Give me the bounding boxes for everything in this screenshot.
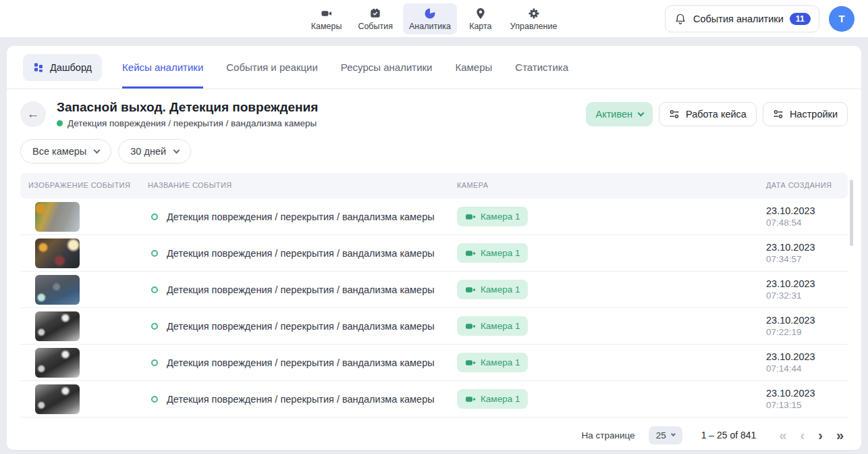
event-type-ring-icon xyxy=(151,213,158,220)
period-filter-dropdown[interactable]: 30 дней xyxy=(118,139,191,163)
event-type-ring-icon xyxy=(151,286,158,293)
case-work-button[interactable]: Работа кейса xyxy=(659,102,757,126)
case-settings-label: Настройки xyxy=(790,109,838,120)
per-page-select[interactable]: 25 xyxy=(649,426,682,445)
camera-cell: Камера 1 xyxy=(450,243,759,263)
next-page-button[interactable]: › xyxy=(818,428,823,442)
camera-badge[interactable]: Камера 1 xyxy=(457,353,528,372)
date-cell: 23.10.202307:34:57 xyxy=(759,242,848,264)
date-cell: 23.10.202307:32:31 xyxy=(759,278,848,301)
creation-time: 07:48:54 xyxy=(766,218,848,228)
camera-badge[interactable]: Камера 1 xyxy=(457,280,528,299)
event-image-cell xyxy=(20,238,140,268)
nav-label: Карта xyxy=(469,22,491,31)
topbar-right: События аналитики 11 T xyxy=(563,5,855,32)
sliders-icon xyxy=(773,109,784,120)
table-row[interactable]: Детекция повреждения / перекрытия / ванд… xyxy=(20,381,848,418)
nav-item-events[interactable]: События xyxy=(352,3,399,34)
tab-statistics[interactable]: Статистика xyxy=(515,46,568,89)
case-work-label: Работа кейса xyxy=(686,109,747,120)
analytics-events-button[interactable]: События аналитики 11 xyxy=(665,5,819,32)
table-row[interactable]: Детекция повреждения / перекрытия / ванд… xyxy=(20,235,848,272)
camera-icon xyxy=(320,7,333,20)
event-name: Детекция повреждения / перекрытия / ванд… xyxy=(167,357,435,368)
event-image-cell xyxy=(20,348,140,378)
table-row[interactable]: Детекция повреждения / перекрытия / ванд… xyxy=(20,272,848,308)
camera-badge[interactable]: Камера 1 xyxy=(457,316,528,336)
event-thumbnail[interactable] xyxy=(35,275,80,305)
camera-icon xyxy=(465,284,476,295)
tabs-row: Дашборд Кейсы аналитикиСобытия и реакции… xyxy=(7,46,861,89)
event-image-cell xyxy=(20,275,140,305)
nav-item-cameras[interactable]: Камеры xyxy=(305,3,348,34)
camera-cell: Камера 1 xyxy=(450,207,759,226)
camera-badge[interactable]: Камера 1 xyxy=(457,207,528,226)
dashboard-button[interactable]: Дашборд xyxy=(23,54,102,81)
event-thumbnail[interactable] xyxy=(35,202,80,232)
case-settings-button[interactable]: Настройки xyxy=(763,102,848,126)
back-button[interactable]: ← xyxy=(20,101,46,127)
camera-cell: Камера 1 xyxy=(450,280,759,299)
event-thumbnail[interactable] xyxy=(35,348,80,378)
camera-filter-dropdown[interactable]: Все камеры xyxy=(20,139,111,163)
creation-date: 23.10.2023 xyxy=(766,351,848,362)
status-label: Активен xyxy=(595,109,632,120)
column-header-camera: КАМЕРА xyxy=(450,181,759,191)
chevron-down-icon xyxy=(173,147,180,153)
camera-badge-label: Камера 1 xyxy=(481,211,520,222)
camera-badge-label: Камера 1 xyxy=(481,284,520,295)
camera-badge-label: Камера 1 xyxy=(481,321,520,331)
column-header-date: ДАТА СОЗДАНИЯ xyxy=(759,181,834,191)
status-dropdown[interactable]: Активен xyxy=(586,102,653,126)
event-name-cell: Детекция повреждения / перекрытия / ванд… xyxy=(140,394,450,405)
table-row[interactable]: Детекция повреждения / перекрытия / ванд… xyxy=(20,418,848,420)
event-name: Детекция повреждения / перекрытия / ванд… xyxy=(167,284,435,295)
event-thumbnail[interactable] xyxy=(35,311,80,341)
date-cell: 23.10.202307:14:44 xyxy=(759,351,848,374)
event-image-cell xyxy=(20,202,140,232)
creation-time: 07:14:44 xyxy=(766,363,848,374)
creation-date: 23.10.2023 xyxy=(766,205,848,216)
camera-cell: Камера 1 xyxy=(450,353,759,372)
case-subtitle-text: Детекция повреждения / перекрытия / ванд… xyxy=(67,118,317,128)
event-name-cell: Детекция повреждения / перекрытия / ванд… xyxy=(140,357,450,368)
date-cell: 23.10.202307:22:19 xyxy=(759,315,848,337)
table-body: Детекция повреждения / перекрытия / ванд… xyxy=(20,199,848,420)
user-avatar[interactable]: T xyxy=(829,6,855,32)
bell-icon xyxy=(674,12,687,26)
tab-analytics-cases[interactable]: Кейсы аналитики xyxy=(122,46,203,89)
table-row[interactable]: Детекция повреждения / перекрытия / ванд… xyxy=(20,308,848,345)
event-type-ring-icon xyxy=(151,323,158,330)
tab-events-reactions[interactable]: События и реакции xyxy=(226,46,318,89)
creation-time: 07:13:15 xyxy=(766,400,848,410)
tab-analytics-resources[interactable]: Ресурсы аналитики xyxy=(341,46,433,89)
camera-badge[interactable]: Камера 1 xyxy=(457,243,528,263)
event-type-ring-icon xyxy=(151,250,158,257)
table-header-row: ИЗОБРАЖЕНИЕ СОБЫТИЯ НАЗВАНИЕ СОБЫТИЯ КАМ… xyxy=(20,173,848,199)
nav-label: События xyxy=(358,22,393,31)
last-page-button[interactable]: » xyxy=(836,428,844,442)
nav-item-analytics[interactable]: Аналитика xyxy=(403,3,457,34)
camera-cell: Камера 1 xyxy=(450,389,759,409)
camera-badge[interactable]: Камера 1 xyxy=(457,389,528,409)
event-thumbnail[interactable] xyxy=(35,238,80,268)
analytics-case-page: Дашборд Кейсы аналитикиСобытия и реакции… xyxy=(7,46,861,450)
nav-label: Управление xyxy=(510,22,558,31)
event-thumbnail[interactable] xyxy=(35,384,80,414)
period-filter-value: 30 дней xyxy=(130,146,166,157)
nav-label: Аналитика xyxy=(409,22,451,31)
case-header: ← Запасной выход. Детекция повреждения Д… xyxy=(7,89,861,128)
chevron-down-icon xyxy=(94,147,101,153)
nav-item-management[interactable]: Управление xyxy=(504,3,564,34)
event-name: Детекция повреждения / перекрытия / ванд… xyxy=(167,248,435,259)
creation-date: 23.10.2023 xyxy=(766,388,848,399)
notification-count-badge: 11 xyxy=(790,13,811,25)
event-name-cell: Детекция повреждения / перекрытия / ванд… xyxy=(140,321,450,332)
table-row[interactable]: Детекция повреждения / перекрытия / ванд… xyxy=(20,345,848,381)
event-name-cell: Детекция повреждения / перекрытия / ванд… xyxy=(140,211,450,222)
camera-badge-label: Камера 1 xyxy=(481,357,520,368)
vertical-scrollbar[interactable] xyxy=(850,180,853,246)
tab-cameras[interactable]: Камеры xyxy=(455,46,492,89)
table-row[interactable]: Детекция повреждения / перекрытия / ванд… xyxy=(20,199,848,235)
nav-item-map[interactable]: Карта xyxy=(461,3,500,34)
